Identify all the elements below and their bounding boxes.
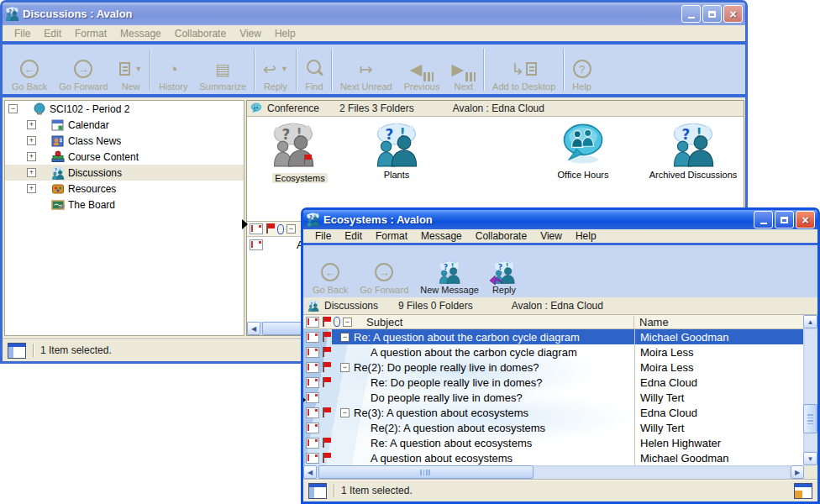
dropdown-arrow-icon[interactable]: ▼ [134, 65, 142, 73]
vertical-scrollbar[interactable]: ▲ ▼ [803, 315, 817, 465]
subject-column-label[interactable]: Subject [366, 316, 633, 328]
conference-header: Conference 2 Files 3 Folders Avalon : Ed… [247, 101, 744, 117]
menu-help[interactable]: Help [268, 27, 302, 40]
message-row[interactable]: Re(2): A question about ecosystems Willy… [303, 420, 803, 435]
close-button[interactable]: × [723, 5, 743, 23]
desktop-icon-ecosystems[interactable]: Ecosystems [260, 122, 340, 183]
scrollbar-thumb[interactable] [803, 404, 817, 433]
message-icon [306, 332, 319, 343]
next-unread-button[interactable]: ↦ Next Unread [334, 46, 398, 93]
dropdown-arrow-icon[interactable]: ▼ [281, 65, 288, 73]
menu-help[interactable]: Help [569, 229, 603, 243]
menu-bar: File Edit Format Message Collaborate Vie… [303, 229, 817, 243]
maximize-button[interactable] [702, 5, 722, 23]
expand-box[interactable]: + [27, 184, 36, 193]
attachment-column-icon [277, 224, 284, 234]
history-button[interactable]: ◔ History [153, 46, 193, 93]
tree-item-calendar[interactable]: + Calendar [5, 117, 244, 133]
minimize-button[interactable] [681, 5, 701, 23]
menu-view[interactable]: View [233, 27, 268, 40]
collapse-box[interactable]: − [8, 104, 18, 113]
find-button[interactable]: Find [299, 46, 329, 93]
view-mode-icon[interactable] [794, 483, 812, 499]
desktop-icon-plants[interactable]: Plants [356, 122, 437, 180]
collapse-toggle[interactable]: − [340, 408, 350, 417]
summarize-button[interactable]: ▤ Summarize [193, 46, 252, 93]
help-button[interactable]: ? Help [566, 46, 597, 93]
menu-file[interactable]: File [8, 27, 37, 40]
toggle-pane-icon[interactable] [308, 483, 327, 499]
menu-message[interactable]: Message [414, 229, 469, 243]
message-icon [250, 239, 263, 250]
reply-button[interactable]: ↩▼ Reply [257, 46, 294, 93]
name-column-label[interactable]: Name [633, 316, 803, 328]
toggle-pane-icon[interactable] [8, 343, 26, 359]
horizontal-scrollbar[interactable]: ◀ ▶ [303, 465, 817, 479]
scroll-up-arrow[interactable]: ▲ [803, 315, 817, 328]
reply-button[interactable]: Reply [485, 247, 523, 297]
message-row[interactable]: A question about ecosystems Michael Good… [303, 450, 803, 465]
message-row[interactable]: Do people really live in domes? Willy Te… [303, 390, 803, 405]
maximize-button[interactable] [775, 211, 794, 228]
message-row[interactable]: Re: Do people really live in domes? Edna… [303, 375, 803, 390]
new-message-button[interactable]: New Message [414, 247, 485, 297]
title-bar[interactable]: Discussions : Avalon × [3, 3, 745, 25]
expand-box[interactable]: + [27, 152, 36, 161]
current-message-arrow [303, 394, 306, 406]
scroll-down-arrow[interactable]: ▼ [803, 452, 817, 465]
next-button[interactable]: ▶ Next [445, 46, 481, 93]
scroll-left-arrow[interactable]: ◀ [303, 465, 317, 479]
menu-edit[interactable]: Edit [37, 27, 68, 40]
minimize-button[interactable] [754, 211, 773, 228]
go-back-button[interactable]: ← Go Back [6, 46, 53, 93]
collapse-toggle[interactable]: − [340, 363, 350, 372]
status-bar: 1 Item selected. [303, 479, 817, 501]
conference-icon-pane: Ecosystems Plants Office Hours Archived … [247, 117, 744, 221]
message-row[interactable]: −Re(3): A question about ecosystems Edna… [303, 405, 803, 420]
tree-item-course-root[interactable]: − SCI102 - Period 2 [5, 101, 244, 117]
message-row[interactable]: Re: A question about ecosystems Helen Hi… [303, 435, 803, 450]
menu-file[interactable]: File [308, 229, 338, 243]
message-list-header[interactable]: − Subject Name [303, 315, 817, 329]
expand-box[interactable]: + [27, 168, 36, 177]
subject-text: Re: Do people really live in domes? [371, 376, 543, 389]
status-text: 1 Item selected. [341, 485, 413, 496]
message-row[interactable]: −Re(2): Do people really live in domes? … [303, 360, 803, 375]
scroll-right-arrow[interactable]: ▶ [791, 465, 804, 479]
menu-edit[interactable]: Edit [338, 229, 369, 243]
tree-item-class-news[interactable]: + Class News [5, 133, 244, 149]
close-button[interactable]: × [796, 211, 815, 228]
tree-item-resources[interactable]: + Resources [5, 181, 244, 197]
menu-collaborate[interactable]: Collaborate [469, 229, 534, 243]
message-icon [306, 423, 319, 433]
new-button[interactable]: ▼ New [113, 46, 148, 93]
conference-info-bar: Discussions 9 Files 0 Folders Avalon : E… [303, 297, 817, 315]
menu-collaborate[interactable]: Collaborate [168, 27, 233, 40]
go-back-button[interactable]: ← Go Back [307, 247, 354, 297]
menu-message[interactable]: Message [113, 27, 168, 40]
desktop-icon-office-hours[interactable]: Office Hours [543, 122, 623, 180]
tree-item-the-board[interactable]: + The Board [5, 197, 244, 213]
menu-format[interactable]: Format [369, 229, 414, 243]
add-to-desktop-button[interactable]: ↳ Add to Desktop [486, 46, 561, 93]
conference-icon [250, 102, 262, 114]
expand-box[interactable]: + [27, 120, 36, 129]
message-row[interactable]: A question about the carbon cycle diagra… [303, 344, 803, 360]
go-forward-button[interactable]: → Go Forward [53, 46, 113, 93]
previous-button[interactable]: ◀ Previous [398, 46, 446, 93]
toolbar-separator [296, 49, 297, 91]
tree-item-discussions[interactable]: + Discussions [5, 165, 244, 181]
go-forward-button[interactable]: → Go Forward [354, 247, 414, 297]
scrollbar-thumb[interactable] [318, 465, 534, 479]
menu-format[interactable]: Format [68, 27, 113, 40]
title-bar[interactable]: Ecosystems : Avalon × [303, 210, 817, 229]
desktop-icon-archived-discussions[interactable]: Archived Discussions [646, 122, 740, 180]
tree-item-course-content[interactable]: + Course Content [5, 149, 244, 165]
message-row[interactable]: −Re: A question about the carbon cycle d… [303, 329, 803, 344]
expand-box[interactable]: + [27, 136, 36, 145]
menu-view[interactable]: View [534, 229, 569, 243]
collapse-toggle[interactable]: − [340, 333, 350, 342]
window-title: Discussions : Avalon [23, 8, 678, 20]
scroll-left-arrow[interactable]: ◀ [247, 322, 260, 335]
back-arrow-icon: ← [20, 60, 39, 78]
